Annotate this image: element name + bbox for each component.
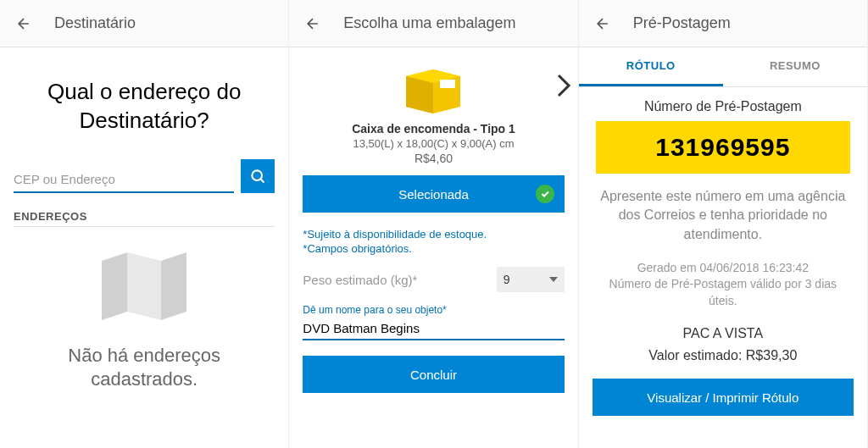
search-button[interactable] [241, 159, 275, 193]
header: Escolha uma embalagem [289, 0, 577, 47]
package-box-icon [399, 61, 467, 115]
address-search-input[interactable] [14, 167, 234, 193]
weight-select[interactable]: 9 [497, 267, 565, 292]
pre-postagem-label: Número de Pré-Postagem [579, 99, 867, 114]
question-heading: Qual o endereço do Destinatário? [14, 78, 275, 136]
availability-note: *Sujeito à disponibilidade de estoque. [303, 228, 564, 241]
divider [14, 226, 275, 227]
search-icon [249, 168, 266, 185]
weight-value: 9 [504, 273, 510, 286]
back-arrow-icon[interactable] [303, 14, 323, 34]
selected-button[interactable]: Selecionada [303, 175, 564, 213]
validity-note: Número de Pré-Postagem válido por 3 dias… [599, 276, 847, 309]
back-arrow-icon[interactable] [593, 14, 613, 34]
selected-button-label: Selecionada [398, 187, 469, 202]
screen-destinatario: Destinatário Qual o endereço do Destinat… [0, 0, 289, 448]
svg-point-0 [253, 170, 263, 180]
chevron-down-icon [549, 277, 558, 282]
tabs: RÓTULO RESUMO [579, 47, 867, 87]
package-name: Caixa de encomenda - Tipo 1 [289, 122, 577, 136]
screen-pre-postagem: Pré-Postagem RÓTULO RESUMO Número de Pré… [579, 0, 868, 448]
svg-rect-1 [440, 80, 455, 88]
required-note: *Campos obrigatórios. [303, 242, 564, 255]
concluir-button[interactable]: Concluir [303, 356, 564, 393]
back-arrow-icon[interactable] [14, 14, 34, 34]
map-icon [93, 244, 195, 329]
object-name-input[interactable] [303, 318, 564, 340]
header: Pré-Postagem [579, 0, 867, 47]
pre-postagem-number: 131969595 [596, 121, 850, 174]
pre-postagem-description: Apresente este número em uma agência dos… [599, 187, 847, 244]
header: Destinatário [0, 0, 288, 47]
package-dimensions: 13,50(L) x 18,00(C) x 9,00(A) cm [289, 137, 577, 150]
no-addresses-text: Não há endereços cadastrados. [14, 344, 275, 392]
tab-rotulo[interactable]: RÓTULO [579, 47, 723, 86]
package-price: R$4,60 [289, 152, 577, 165]
weight-label: Peso estimado (kg)* [303, 273, 417, 287]
tab-resumo[interactable]: RESUMO [723, 47, 867, 86]
screen-embalagem: Escolha uma embalagem Caixa de encomenda… [289, 0, 578, 448]
estimated-value: Valor estimado: R$39,30 [579, 348, 867, 363]
next-package-icon[interactable] [556, 73, 571, 104]
check-icon [536, 185, 554, 203]
object-name-label: Dê um nome para o seu objeto* [303, 304, 564, 316]
addresses-section-label: ENDEREÇOS [14, 210, 275, 223]
page-title: Pré-Postagem [633, 14, 731, 32]
service-name: PAC A VISTA [579, 326, 867, 341]
page-title: Escolha uma embalagem [343, 14, 515, 32]
page-title: Destinatário [54, 14, 136, 32]
print-label-button-text: Visualizar / Imprimir Rótulo [647, 390, 798, 405]
empty-state: Não há endereços cadastrados. [14, 244, 275, 392]
concluir-button-label: Concluir [410, 368, 457, 382]
generated-date: Gerado em 04/06/2018 16:23:42 [599, 261, 847, 274]
package-carousel [289, 47, 577, 122]
print-label-button[interactable]: Visualizar / Imprimir Rótulo [593, 379, 854, 416]
